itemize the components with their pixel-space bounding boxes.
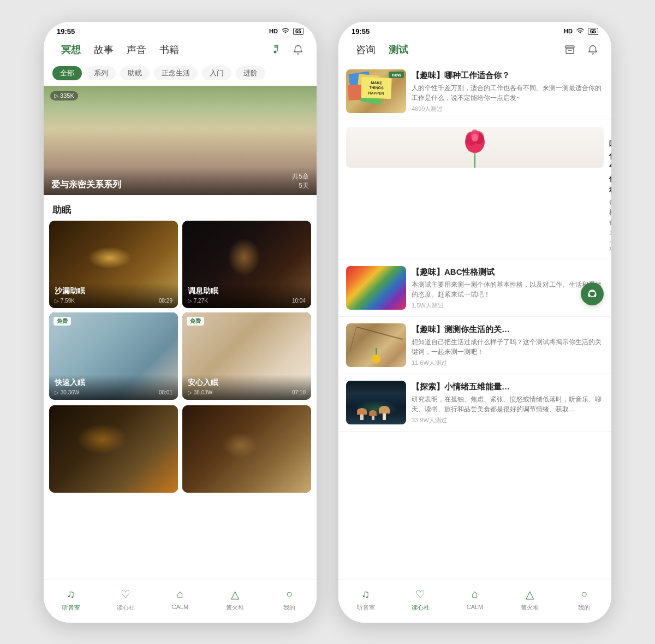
nav-item-fire-right[interactable]: △ 篝火堆 (502, 584, 557, 614)
quiz-desc-3: 本测试主要用来测一测个体的基本性格，以及对工作、生活和爱情的态度。赶紧来试一试吧… (412, 280, 604, 299)
signal-icon: HD (269, 28, 278, 34)
nav-icons-right (562, 42, 600, 57)
card-lantern-title: 调息助眠 (188, 286, 306, 296)
quiz-desc-1: 人的个性千差万别，适合的工作也各有不同。来测一测最适合你的工作是什么，说不定能给… (412, 83, 604, 103)
hero-overlay: 爱与亲密关系系列 共5章 5天 (44, 168, 317, 195)
quiz-count-2: 11.9W人测过 (609, 229, 611, 252)
quiz-item-3[interactable]: 【趣味】ABC性格测试 本测试主要用来测一测个体的基本性格，以及对工作、生活和爱… (338, 259, 611, 317)
mine-nav-label-right: 我的 (578, 604, 590, 612)
hero-title: 爱与亲密关系系列 (51, 179, 121, 191)
nav-item-read-left[interactable]: ♡ 读心社 (98, 584, 153, 614)
hero-banner[interactable]: ▷ 335K 爱与亲密关系系列 共5章 5天 (44, 86, 317, 195)
headset-float-icon[interactable] (581, 282, 604, 305)
read-nav-icon-right: ♡ (413, 587, 428, 602)
status-bar-left: 19:55 HD 65 (44, 22, 317, 39)
music-nav-icon-right: ♫ (358, 587, 373, 602)
quiz-item-1[interactable]: MAKETHINGSHAPPEN new 【趣味】哪种工作适合你？ 人的个性千差… (338, 63, 611, 120)
card-lantern-meta: ▷ 7.27K 10:04 (188, 298, 306, 304)
card-hammock[interactable]: 免费 快速入眠 ▷ 30.36W 08:01 (49, 312, 178, 400)
quiz-info-4: 【趣味】测测你生活的关… 想知道自己把生活过成什么样子了吗？这个测试将揭示你生活… (412, 323, 604, 367)
archive-icon[interactable] (562, 42, 577, 57)
quiz-title-2: 【趣味】你的气质像哪种… (609, 127, 611, 196)
nav-item-calm-left[interactable]: ⌂ CALM (153, 584, 207, 614)
chip-mindful[interactable]: 正念生活 (154, 66, 198, 80)
nav-item-mine-right[interactable]: ○ 我的 (557, 584, 611, 614)
quiz-count-3: 1.5W人测过 (412, 302, 604, 310)
nav-tab-sound[interactable]: 声音 (120, 41, 153, 58)
quiz-thumb-1: MAKETHINGSHAPPEN new (346, 69, 406, 113)
play-count-badge: ▷ 335K (50, 91, 78, 101)
nav-item-fire-left[interactable]: △ 篝火堆 (207, 584, 262, 614)
quiz-title-4: 【趣味】测测你生活的关… (412, 323, 604, 335)
nav-item-read-right[interactable]: ♡ 读心社 (393, 584, 448, 614)
fire-nav-icon-right: △ (522, 587, 537, 602)
calm-nav-label-left: CALM (172, 604, 189, 610)
quiz-title-1: 【趣味】哪种工作适合你？ (412, 69, 604, 81)
card-sand[interactable]: 沙漏助眠 ▷ 7.59K 08:29 (49, 221, 178, 308)
battery-left: 65 (293, 28, 303, 35)
nav-icons-left (267, 42, 306, 57)
calm-nav-icon-left: ⌂ (172, 587, 188, 602)
nav-tab-consult[interactable]: 咨询 (349, 41, 382, 58)
card-bedroom-overlay: 安心入眠 ▷ 38.03W 07:10 (182, 375, 311, 400)
nav-tab-meditation[interactable]: 冥想 (55, 41, 87, 58)
quiz-item-4[interactable]: 【趣味】测测你生活的关… 想知道自己把生活过成什么样子了吗？这个测试将揭示你生活… (338, 317, 611, 374)
read-nav-icon-left: ♡ (118, 587, 133, 602)
chip-sleep[interactable]: 助眠 (120, 66, 150, 80)
chip-series[interactable]: 系列 (86, 66, 116, 80)
svg-rect-4 (565, 46, 574, 48)
quiz-thumb-2 (346, 127, 604, 168)
nav-bar-left: 冥想 故事 声音 书籍 (44, 39, 317, 63)
svg-rect-1 (274, 46, 278, 48)
signal-icon-right: HD (564, 28, 573, 34)
time-right: 19:55 (352, 27, 370, 36)
card-sand-meta: ▷ 7.59K 08:29 (55, 298, 172, 304)
nav-item-music-right[interactable]: ♫ 听音室 (338, 584, 393, 614)
nav-tab-test[interactable]: 测试 (382, 41, 415, 58)
nav-tab-story[interactable]: 故事 (87, 41, 120, 58)
quiz-desc-2: 每种植物都有自己不同的习性和特征，也有自己更适合的环境。你的气质跟哪种植物更像呢… (609, 198, 611, 227)
quiz-count-1: 4699人测过 (412, 105, 604, 113)
bottom-nav-right: ♫ 听音室 ♡ 读心社 ⌂ CALM △ 篝火堆 ○ 我的 (338, 580, 611, 623)
quiz-thumb-4 (346, 323, 406, 367)
svg-rect-0 (274, 45, 278, 46)
card-bedroom[interactable]: 免费 安心入眠 ▷ 38.03W 07:10 (182, 312, 311, 400)
quiz-info-1: 【趣味】哪种工作适合你？ 人的个性千差万别，适合的工作也各有不同。来测一测最适合… (412, 69, 604, 113)
nav-item-music-left[interactable]: ♫ 听音室 (44, 584, 98, 614)
quiz-count-4: 11.6W人测过 (412, 359, 604, 367)
chip-all[interactable]: 全部 (52, 66, 82, 80)
card-hammock-title: 快速入眠 (55, 378, 172, 388)
bell-icon-left[interactable] (290, 42, 306, 57)
music-icon[interactable] (267, 42, 283, 57)
chip-beginner[interactable]: 入门 (202, 66, 231, 80)
card-sand-title: 沙漏助眠 (55, 286, 172, 296)
bell-icon-right[interactable] (585, 42, 600, 57)
quiz-info-3: 【趣味】ABC性格测试 本测试主要用来测一测个体的基本性格，以及对工作、生活和爱… (412, 266, 604, 310)
quiz-scroll-area[interactable]: MAKETHINGSHAPPEN new 【趣味】哪种工作适合你？ 人的个性千差… (338, 63, 611, 580)
card-lamp1[interactable] (49, 405, 178, 493)
wifi-icon-right (576, 27, 585, 36)
free-badge-hammock: 免费 (53, 317, 71, 326)
left-scroll-area[interactable]: ▷ 335K 爱与亲密关系系列 共5章 5天 助眠 沙漏助眠 ▷ 7.5 (44, 86, 317, 580)
right-phone: 19:55 HD 65 咨询 测试 (338, 22, 611, 623)
nav-tab-book[interactable]: 书籍 (153, 41, 186, 58)
quiz-desc-4: 想知道自己把生活过成什么样子了吗？这个测试将揭示你生活的关键词，一起来测一测吧！ (412, 337, 604, 357)
card-lantern[interactable]: 调息助眠 ▷ 7.27K 10:04 (182, 221, 311, 308)
card-bedroom-meta: ▷ 38.03W 07:10 (188, 389, 306, 395)
chip-advanced[interactable]: 进阶 (236, 66, 265, 80)
mine-nav-icon-right: ○ (576, 587, 592, 602)
svg-rect-5 (566, 48, 574, 54)
music-nav-label-right: 听音室 (357, 604, 375, 612)
hero-days: 5天 (292, 181, 309, 191)
nav-item-calm-right[interactable]: ⌂ CALM (448, 584, 502, 614)
quiz-info-2: 【趣味】你的气质像哪种… 每种植物都有自己不同的习性和特征，也有自己更适合的环境… (609, 127, 611, 252)
battery-right: 65 (588, 28, 598, 35)
nav-item-mine-left[interactable]: ○ 我的 (262, 584, 317, 614)
nav-bar-right: 咨询 测试 (338, 39, 611, 63)
card-bedroom-title: 安心入眠 (188, 378, 306, 388)
card-lamp2[interactable] (182, 405, 311, 493)
quiz-item-5[interactable]: 【探索】小情绪五维能量… 研究表明，在孤独、焦虑、紧张、愤怒或情绪低落时，听音乐… (338, 374, 611, 432)
card-sand-overlay: 沙漏助眠 ▷ 7.59K 08:29 (49, 283, 178, 308)
read-nav-label-right: 读心社 (412, 604, 430, 612)
quiz-item-2[interactable]: 【趣味】你的气质像哪种… 每种植物都有自己不同的习性和特征，也有自己更适合的环境… (338, 120, 611, 259)
